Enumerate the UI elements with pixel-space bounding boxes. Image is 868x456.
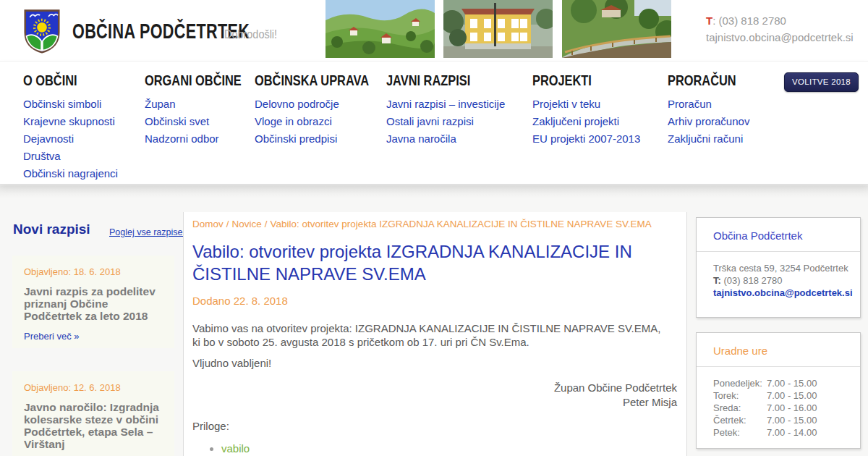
header: OBČINA PODČETRTEK Dobrodošli! [0, 0, 868, 61]
nav-link-ostali-javni-razpisi[interactable]: Ostali javni razpisi [386, 113, 505, 130]
nav-link-obcinski-nagrajenci[interactable]: Občinski nagrajenci [23, 165, 118, 182]
hours-day: Torek: [713, 389, 767, 402]
hours-row: Torek:7.00 - 15.00 [713, 389, 853, 402]
hours-time: 7.00 - 15.00 [767, 378, 817, 389]
nav-column-o-obcini: O OBČINI Občinski simboli Krajevne skupn… [23, 72, 118, 182]
breadcrumb: Domov/Novice/Vabilo: otvoritev projekta … [192, 219, 678, 229]
news-published-date: Objavljeno: 12. 6. 2018 [24, 382, 163, 393]
nav-link-javni-razpisi-investicije[interactable]: Javni razpisi – investicije [386, 96, 505, 113]
hours-time: 7.00 - 15.00 [767, 390, 817, 401]
article-title: Vabilo: otvoritev projekta IZGRADNJA KAN… [192, 240, 663, 285]
nav-heading-organi-obcine[interactable]: ORGANI OBČINE [145, 72, 242, 89]
header-photo-road [562, 0, 671, 58]
nav-link-eu-projekti[interactable]: EU projekti 2007-2013 [532, 130, 640, 148]
welcome-text: Dobrodošli! [224, 28, 277, 42]
nav-link-obcinski-predpisi[interactable]: Občinski predpisi [255, 130, 401, 148]
view-all-razpisi-link[interactable]: Poglej vse razpise » [109, 227, 190, 237]
site-title: OBČINA PODČETRTEK [72, 19, 250, 43]
news-title: Javni razpis za podelitev priznanj Občin… [24, 285, 164, 322]
hours-time: 7.00 - 16.00 [767, 402, 817, 413]
novi-razpisi-heading: Novi razpisi [13, 221, 90, 237]
office-hours-heading: Uradne ure [697, 333, 860, 367]
contact-phone-number: (03) 818 2780 [721, 275, 783, 286]
nav-link-projekti-v-teku[interactable]: Projekti v teku [532, 96, 640, 113]
attachments-label: Priloge: [192, 420, 678, 432]
hours-day: Četrtek: [713, 414, 767, 426]
breadcrumb-separator: / [262, 219, 271, 229]
nav-link-nadzorni-odbor[interactable]: Nadzorni odbor [145, 130, 269, 148]
office-hours-box: Uradne ure Ponedeljek:7.00 - 15.00 Torek… [696, 332, 861, 449]
attachment-item: vabilo [221, 442, 678, 455]
nav-link-proracun[interactable]: Proračun [668, 96, 755, 113]
signature-name: Peter Misja [192, 395, 677, 410]
read-more-link[interactable]: Preberi več » [24, 331, 80, 342]
nav-link-zakljuceni-projekti[interactable]: Zaključeni projekti [532, 113, 640, 130]
signature: Župan Občine Podčetrtek Peter Misja [192, 381, 677, 410]
nav-heading-proracun[interactable]: PRORAČUN [668, 72, 736, 89]
hours-day: Ponedeljek: [713, 377, 767, 389]
nav-link-zakljucni-racuni[interactable]: Zaključni računi [668, 130, 755, 148]
hours-day: Sreda: [713, 402, 767, 414]
signature-role: Župan Občine Podčetrtek [192, 381, 677, 395]
breadcrumb-current: Vabilo: otvoritev projekta IZGRADNJA KAN… [271, 219, 652, 229]
header-contact: T: (03) 818 2780 tajnistvo.obcina@podcet… [706, 14, 848, 43]
news-card[interactable]: Objavljeno: 18. 6. 2018 Javni razpis za … [12, 256, 174, 348]
nav-link-arhiv-proracunov[interactable]: Arhiv proračunov [668, 113, 755, 130]
nav-link-zupan[interactable]: Župan [145, 96, 269, 113]
phone-label: T [706, 14, 712, 27]
nav-heading-obcinska-uprava[interactable]: OBČINSKA UPRAVA [255, 72, 369, 89]
hours-row: Sreda:7.00 - 16.00 [713, 402, 853, 414]
header-photo-hills [326, 0, 435, 58]
contact-phone-label: T: [713, 275, 721, 286]
nav-link-obcinski-simboli[interactable]: Občinski simboli [23, 96, 118, 113]
contact-box-heading: Občina Podčetrtek [697, 218, 860, 252]
nav-link-javna-narocila[interactable]: Javna naročila [386, 130, 505, 148]
hours-row: Četrtek:7.00 - 15.00 [713, 414, 853, 426]
hours-row: Ponedeljek:7.00 - 15.00 [713, 377, 853, 389]
nav-link-obcinski-svet[interactable]: Občinski svet [145, 113, 269, 130]
contact-info-box: Občina Podčetrtek Trška cesta 59, 3254 P… [696, 217, 861, 318]
contact-email-link[interactable]: tajnistvo.obcina@podcetrtek.si [713, 287, 853, 298]
nav-heading-javni-razpisi[interactable]: JAVNI RAZPISI [386, 72, 470, 89]
main-navigation: O OBČINI Občinski simboli Krajevne skupn… [0, 61, 868, 185]
attachments-list: vabilo [221, 442, 678, 455]
breadcrumb-home-link[interactable]: Domov [192, 219, 224, 229]
news-title: Javno naročilo: Izgradnja kolesarske ste… [24, 401, 164, 450]
nav-link-drustva[interactable]: Društva [23, 148, 118, 165]
article-paragraph: Vabimo vas na otvoritev projekta: IZGRAD… [192, 321, 670, 349]
nav-link-vloge-in-obrazci[interactable]: Vloge in obrazci [255, 113, 401, 130]
nav-column-javni-razpisi: JAVNI RAZPISI Javni razpisi – investicij… [386, 72, 505, 148]
hours-time: 7.00 - 14.00 [767, 427, 817, 438]
nav-column-organi-obcine: ORGANI OBČINE Župan Občinski svet Nadzor… [145, 72, 269, 148]
nav-heading-projekti[interactable]: PROJEKTI [532, 72, 592, 89]
invitation-text: Vljudno vabljeni! [192, 357, 678, 369]
header-photo-building [443, 0, 553, 58]
phone-number: : (03) 818 2780 [712, 14, 786, 27]
attachment-vabilo-link[interactable]: vabilo [221, 442, 250, 455]
breadcrumb-novice-link[interactable]: Novice [232, 219, 262, 229]
header-email[interactable]: tajnistvo.obcina@podcetrtek.si [706, 31, 848, 43]
nav-heading-o-obcini[interactable]: O OBČINI [23, 72, 77, 89]
contact-phone: T: (03) 818 2780 [713, 274, 853, 287]
news-published-date: Objavljeno: 18. 6. 2018 [24, 266, 163, 277]
breadcrumb-separator: / [224, 219, 232, 229]
nav-link-dejavnosti[interactable]: Dejavnosti [23, 130, 118, 148]
hours-time: 7.00 - 15.00 [767, 415, 817, 426]
municipality-coat-of-arms-logo[interactable] [23, 9, 61, 54]
nav-link-delovno-podrocje[interactable]: Delovno področje [255, 96, 401, 113]
article-date: Dodano 22. 8. 2018 [192, 295, 678, 307]
nav-column-proracun: PRORAČUN Proračun Arhiv proračunov Zaklj… [668, 72, 755, 148]
shield-icon [23, 9, 61, 54]
nav-column-projekti: PROJEKTI Projekti v teku Zaključeni proj… [532, 72, 640, 148]
hours-row: Petek:7.00 - 14.00 [713, 426, 853, 439]
news-card[interactable]: Objavljeno: 12. 6. 2018 Javno naročilo: … [12, 371, 174, 456]
nav-column-obcinska-uprava: OBČINSKA UPRAVA Delovno področje Vloge i… [255, 72, 401, 148]
hours-day: Petek: [713, 426, 767, 439]
nav-link-krajevne-skupnosti[interactable]: Krajevne skupnosti [23, 113, 118, 130]
volitve-2018-button[interactable]: VOLITVE 2018 [784, 72, 859, 92]
main-content: Domov/Novice/Vabilo: otvoritev projekta … [183, 212, 687, 456]
header-phone: T: (03) 818 2780 [706, 14, 848, 27]
office-hours-body: Ponedeljek:7.00 - 15.00 Torek:7.00 - 15.… [697, 367, 860, 439]
contact-address: Trška cesta 59, 3254 Podčetrtek [713, 262, 853, 274]
contact-box-body: Trška cesta 59, 3254 Podčetrtek T: (03) … [697, 252, 860, 299]
